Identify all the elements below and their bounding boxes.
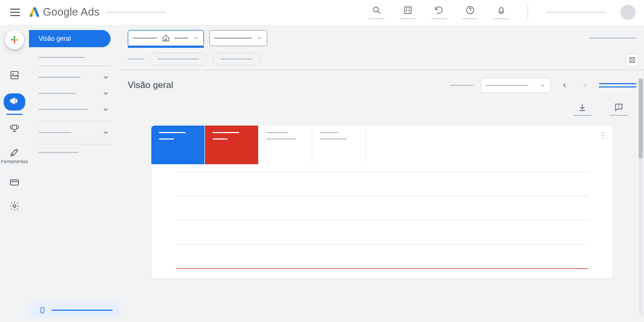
reports-button[interactable] [400, 5, 416, 19]
product-logo[interactable]: Google Ads [29, 6, 99, 18]
chevron-down-icon [102, 90, 109, 97]
svg-point-1 [374, 7, 378, 12]
avatar[interactable] [620, 5, 635, 20]
show-last-toggle[interactable] [599, 83, 636, 87]
reports-icon [403, 5, 413, 15]
chevron-down-icon [102, 129, 109, 136]
ads-logo-icon [29, 7, 40, 18]
svg-rect-7 [11, 180, 19, 185]
megaphone-icon [9, 96, 20, 106]
nav-overview-label: Visão geral [39, 35, 71, 42]
filters-label [128, 58, 144, 60]
tools-icon [9, 147, 20, 158]
nav-overview[interactable]: Visão geral [29, 30, 111, 47]
feedback-icon [614, 103, 624, 112]
svg-point-8 [13, 205, 16, 208]
menu-icon[interactable] [9, 6, 21, 19]
chevron-right-icon [581, 82, 589, 89]
scope-account[interactable] [128, 30, 204, 46]
plus-icon [10, 35, 19, 45]
performance-card [151, 126, 613, 279]
card-menu[interactable] [594, 126, 613, 164]
kebab-icon [599, 131, 608, 140]
metric-tab-clicks[interactable] [151, 126, 205, 164]
nav-item-5[interactable] [29, 148, 116, 157]
scope-row [120, 25, 644, 53]
trophy-icon [9, 123, 20, 134]
chevron-down-icon [539, 82, 546, 89]
scope-campaign[interactable] [209, 30, 267, 46]
rail-tools[interactable]: Ferramentas [0, 144, 29, 167]
rail-billing[interactable] [0, 174, 29, 191]
app-header: Google Ads [0, 0, 644, 25]
metric-tab-impr[interactable] [259, 126, 312, 164]
refresh-button[interactable] [431, 5, 447, 19]
scrollbar-thumb[interactable] [639, 78, 643, 159]
rail-assets[interactable] [0, 67, 29, 84]
download-button[interactable] [573, 103, 591, 116]
help-button[interactable] [462, 5, 478, 19]
action-row [120, 96, 644, 120]
date-next[interactable] [579, 79, 591, 92]
svg-point-0 [30, 14, 33, 17]
filter-row [120, 53, 644, 70]
main-content: Visão geral [120, 25, 644, 322]
save-view-button[interactable] [626, 54, 639, 67]
chevron-down-icon [193, 35, 199, 41]
rail-campaigns[interactable] [0, 90, 29, 114]
metric-tab-ctr[interactable] [312, 126, 366, 164]
chevron-left-icon [561, 82, 568, 89]
svg-point-6 [13, 74, 14, 75]
scrollbar[interactable] [639, 78, 643, 314]
svg-point-11 [603, 132, 604, 133]
page-title: Visão geral [128, 80, 173, 91]
search-icon [372, 5, 382, 15]
app-promo[interactable] [29, 303, 120, 318]
nav-item-1[interactable] [29, 69, 116, 85]
smartphone-icon [39, 306, 46, 314]
svg-rect-5 [11, 71, 18, 78]
title-row: Visão geral [120, 70, 644, 96]
rail-admin[interactable] [0, 197, 29, 215]
account-name [107, 12, 166, 13]
left-rail: Ferramentas [0, 25, 29, 322]
chart-baseline [176, 268, 588, 269]
svg-rect-2 [405, 7, 411, 13]
feedback-button[interactable] [610, 103, 628, 116]
home-icon [162, 34, 170, 42]
search-button[interactable] [369, 5, 385, 19]
rail-tools-label: Ferramentas [1, 159, 28, 164]
compare-label [450, 85, 473, 86]
chevron-down-icon [102, 74, 109, 81]
nav-item-2[interactable] [29, 85, 116, 101]
date-range-picker[interactable] [481, 78, 551, 93]
nav-item-3[interactable] [29, 101, 116, 118]
svg-point-12 [603, 135, 604, 136]
side-nav: Visão geral [29, 25, 120, 322]
brand-text: Google Ads [43, 6, 99, 18]
metric-tab-cost[interactable] [205, 126, 259, 164]
megaphone-pill [4, 93, 25, 111]
performance-chart [151, 164, 613, 279]
svg-point-13 [603, 137, 604, 138]
download-icon [577, 103, 587, 112]
svg-point-4 [470, 12, 471, 12]
save-icon [628, 56, 636, 64]
filter-chip-1[interactable] [213, 53, 261, 65]
date-prev[interactable] [558, 79, 571, 92]
divider [528, 5, 528, 20]
header-tools [369, 5, 635, 20]
nav-item-4[interactable] [29, 125, 116, 141]
create-button[interactable] [5, 30, 24, 49]
metric-tabs [151, 126, 613, 164]
rail-goals[interactable] [0, 120, 29, 137]
views-label [589, 38, 636, 39]
filter-chip-0[interactable] [149, 53, 207, 65]
notifications-button[interactable] [493, 5, 509, 19]
nav-item-0[interactable] [29, 53, 116, 62]
bell-icon [496, 5, 506, 15]
chevron-down-icon [256, 35, 262, 41]
chevron-down-icon [102, 106, 109, 113]
image-icon [9, 70, 20, 80]
gear-icon [9, 201, 20, 211]
